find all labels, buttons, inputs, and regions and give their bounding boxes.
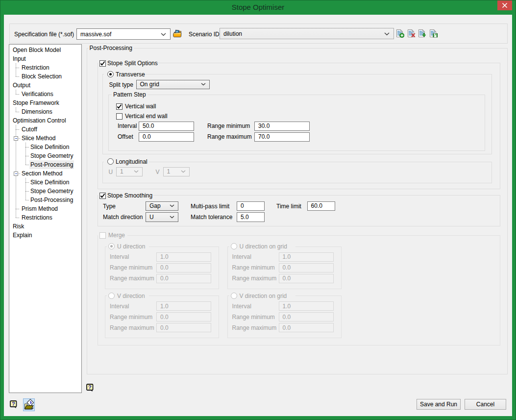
svg-text:?: ? bbox=[88, 384, 92, 390]
svg-text:?: ? bbox=[12, 401, 15, 407]
